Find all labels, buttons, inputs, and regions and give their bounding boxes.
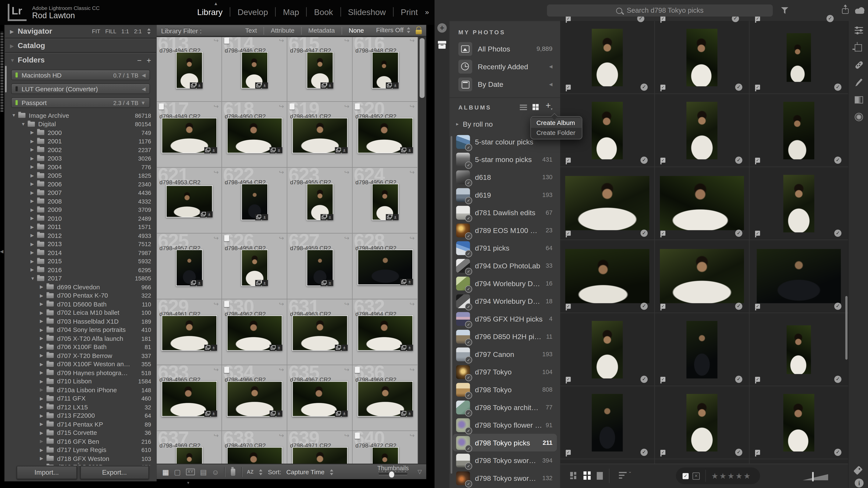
flag-rejected-filter-icon[interactable]: ✕ xyxy=(692,472,700,480)
album-row[interactable]: d798 Tokyo 808 xyxy=(453,381,557,398)
module-overflow-icon[interactable]: » xyxy=(425,8,433,16)
painter-spray-icon[interactable] xyxy=(231,468,235,476)
folder-expand-icon[interactable] xyxy=(40,293,46,298)
collection-badge-icon[interactable] xyxy=(204,411,210,417)
pick-flag-badge-icon[interactable] xyxy=(660,85,665,90)
photo-cell[interactable]: 638 ↪ d798-4970.CR2 ± xyxy=(222,431,287,464)
photo-thumbnail[interactable] xyxy=(783,102,814,160)
photo-cell[interactable] xyxy=(655,21,749,94)
photo-thumbnail[interactable] xyxy=(783,394,814,452)
navigator-header[interactable]: ▶ Navigator FIT FILL 1:1 2:1 xyxy=(4,25,157,38)
add-folder-button[interactable]: + xyxy=(147,56,151,65)
photo-thumbnail[interactable]: ± xyxy=(166,185,212,218)
photo-thumbnail[interactable]: ± xyxy=(306,184,333,220)
photo-thumbnail[interactable]: ± xyxy=(372,184,398,220)
photo-thumbnail[interactable]: ± xyxy=(306,52,333,89)
grid-scrollbar-thumb[interactable] xyxy=(420,38,425,98)
adjustments-badge-icon[interactable]: ± xyxy=(276,345,282,351)
album-row[interactable]: d794 DxO PhotoLab 33 xyxy=(453,257,557,274)
photo-thumbnail[interactable] xyxy=(565,249,649,303)
photo-thumbnail[interactable] xyxy=(783,175,814,232)
photo-cell[interactable]: 630 ↪ d798-4962.CR2 ± xyxy=(222,299,287,365)
adjustments-badge-icon[interactable]: ± xyxy=(196,280,203,286)
photo-cell[interactable]: 618 ↪ d798-4950.CR2 ± xyxy=(222,102,287,168)
metadata-status-icon[interactable]: ↪ xyxy=(344,37,349,44)
folder-row[interactable]: Image Archive 86718 xyxy=(4,111,157,120)
collection-badge-icon[interactable] xyxy=(320,214,327,220)
navigator-zoom-option[interactable]: FIT xyxy=(92,28,100,34)
adjustments-badge-icon[interactable]: ± xyxy=(196,83,203,89)
album-row[interactable]: d796 D850 H2H picks 11 xyxy=(453,327,557,345)
folder-row[interactable]: 2010 2489 xyxy=(4,214,157,223)
pick-flag-badge-icon[interactable] xyxy=(755,377,760,382)
sort-direction-icon[interactable]: AZ xyxy=(247,469,253,475)
linear-gradient-icon[interactable] xyxy=(855,96,863,104)
sort-criteria-stepper-icon[interactable] xyxy=(330,469,334,475)
metadata-status-icon[interactable]: ↪ xyxy=(279,103,284,110)
brush-icon[interactable] xyxy=(855,78,863,87)
photo-cell[interactable]: 639 ↪ d798-4971.CR2 ± xyxy=(287,431,352,464)
photo-thumbnail[interactable] xyxy=(660,249,744,303)
folder-expand-icon[interactable] xyxy=(31,199,37,204)
metadata-status-icon[interactable]: ↪ xyxy=(279,366,284,373)
thumbnail-size-slider-handle[interactable] xyxy=(389,471,395,478)
sync-check-badge-icon[interactable] xyxy=(641,157,648,164)
folder-expand-icon[interactable] xyxy=(31,259,37,264)
photo-thumbnail[interactable]: ± xyxy=(292,381,347,417)
catalog-expand-icon[interactable]: ▶ xyxy=(10,43,17,48)
pick-flag-badge-icon[interactable] xyxy=(566,450,571,455)
volume-item[interactable]: Passport 2.3 / 4 TB ▼ xyxy=(11,97,150,108)
photo-thumbnail[interactable] xyxy=(592,394,623,452)
cloud-grid-scrollbar[interactable] xyxy=(845,296,847,360)
flag-picked-filter-icon[interactable]: ✓ xyxy=(683,473,689,479)
folder-row[interactable]: 2014 7987 xyxy=(4,249,157,257)
photo-cell[interactable] xyxy=(749,313,848,386)
people-view-icon[interactable]: ☺ xyxy=(212,468,219,476)
grid-scrollbar-track[interactable] xyxy=(418,37,426,464)
metadata-status-icon[interactable]: ↪ xyxy=(279,37,284,44)
adjustments-badge-icon[interactable]: ± xyxy=(276,147,282,153)
metadata-status-icon[interactable]: ↪ xyxy=(344,300,349,307)
sort-direction-stepper-icon[interactable] xyxy=(258,469,263,475)
album-row[interactable]: d798 Tokyo sword figh… 394 xyxy=(453,452,557,469)
folder-expand-icon[interactable] xyxy=(40,379,46,384)
folder-row[interactable]: 2017 15805 xyxy=(4,274,157,283)
folder-expand-icon[interactable] xyxy=(31,225,37,230)
filter-option[interactable]: Text xyxy=(239,27,264,34)
folder-expand-icon[interactable] xyxy=(31,250,37,255)
module-tab[interactable]: Library xyxy=(190,7,230,17)
photo-thumbnail[interactable]: ± xyxy=(357,250,412,285)
add-photos-icon[interactable]: + xyxy=(437,23,447,33)
collection-badge-icon[interactable] xyxy=(204,147,210,153)
pick-flag-badge-icon[interactable] xyxy=(660,304,665,309)
photo-thumbnail[interactable]: ± xyxy=(292,315,347,351)
module-tab[interactable]: Develop xyxy=(230,7,275,17)
metadata-status-icon[interactable]: ↪ xyxy=(214,103,219,110)
volume-item[interactable]: LUT Generator (Converter) ◀ xyxy=(11,84,150,94)
navigator-zoom-option[interactable]: 1:1 xyxy=(121,28,129,34)
navigator-expand-icon[interactable]: ▶ xyxy=(10,29,17,34)
folder-expand-icon[interactable] xyxy=(40,336,46,341)
metadata-status-icon[interactable]: ↪ xyxy=(344,235,349,242)
collection-badge-icon[interactable] xyxy=(385,214,392,220)
folder-row[interactable]: d718 GFX Weston 103 xyxy=(4,454,157,463)
photo-cell[interactable]: 615 ↪ d798-4947.CR2 ± xyxy=(287,37,352,102)
pick-flag-badge-icon[interactable] xyxy=(755,450,760,455)
folder-expand-icon[interactable] xyxy=(40,448,46,453)
collection-badge-icon[interactable] xyxy=(190,280,196,286)
photo-thumbnail[interactable]: ± xyxy=(292,447,347,464)
metadata-status-icon[interactable]: ↪ xyxy=(279,432,284,439)
sync-check-badge-icon[interactable] xyxy=(641,449,648,456)
left-panel-collapse-icon[interactable]: ◀ xyxy=(0,249,3,254)
sync-check-badge-icon[interactable] xyxy=(641,303,648,310)
keywords-tag-icon[interactable] xyxy=(854,465,863,475)
pick-flag-badge-icon[interactable] xyxy=(755,85,760,90)
pick-flag-badge-icon[interactable] xyxy=(566,85,571,90)
thumbnail-size-slider[interactable] xyxy=(379,473,407,475)
top-panel-collapse-icon[interactable]: ▲ xyxy=(214,1,218,6)
photo-cell[interactable]: 614 ↪ d798-4946.CR2 ± xyxy=(222,37,287,102)
adjustments-badge-icon[interactable]: ± xyxy=(211,345,217,351)
sync-check-badge-icon[interactable] xyxy=(735,303,742,310)
create-menu-item[interactable]: Create Album xyxy=(531,118,582,128)
folder-row[interactable]: d710 Lisbon 1584 xyxy=(4,377,157,386)
